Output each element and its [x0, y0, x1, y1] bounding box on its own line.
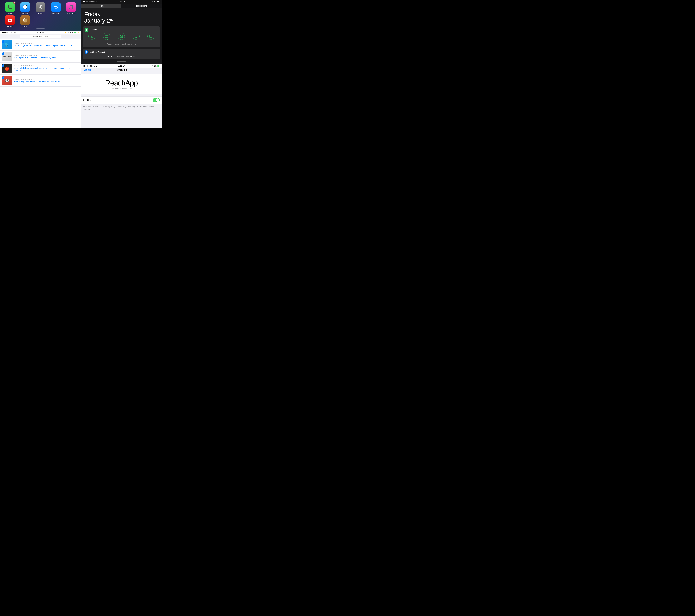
text-action-label: TEXT	[90, 40, 94, 42]
reachapp-title: ReachApp	[105, 79, 138, 87]
enabled-toggle[interactable]	[153, 98, 160, 102]
settings-back-button[interactable]: ‹ Settings	[83, 69, 91, 71]
nc-battery-fill	[157, 1, 159, 2]
evernote-reminder-action[interactable]: REMINDER	[133, 33, 140, 42]
nc-status-bar: T-Mobile ▲ 11:22 AM ▲ ✻ 62%	[81, 0, 162, 4]
blog-post-4[interactable]: ⚽ 74 JANUARY 1, 2015 • BY JAKE SMITH 'Pr…	[0, 75, 81, 87]
nc-date: Friday, January 2nd	[81, 8, 162, 25]
post-meta-1: JANUARY 1, 2015 • BY JAKE SMITH	[14, 42, 77, 44]
home-screen: 📞 1 Phone 💬 Messages	[0, 0, 81, 31]
location-icon: ▲	[66, 32, 68, 33]
nc-status-right: ▲ ✻ 62%	[150, 1, 160, 3]
status-right: 🌙 ▲ ✻ 61% ⚡	[64, 32, 79, 34]
text-icon	[88, 33, 96, 40]
nc-handle	[117, 61, 125, 62]
svg-point-31	[86, 52, 87, 53]
blog-content: 🐦 3 JANUARY 1, 2015 • BY JAKE SMITH Twit…	[0, 39, 81, 128]
moon-icon: 🌙	[64, 32, 66, 34]
svg-rect-8	[41, 8, 42, 9]
post-count-2: 5	[2, 52, 4, 55]
post-info-3: JANUARY 1, 2015 • BY JAKE SMITH Apple qu…	[14, 65, 77, 72]
photos-icon	[118, 33, 125, 40]
battery-fill	[74, 32, 75, 33]
camera-icon	[103, 33, 110, 40]
svg-rect-4	[42, 7, 43, 7]
youtube-icon	[5, 15, 15, 25]
weather-icon	[85, 50, 88, 54]
settings-location-icon: ▲	[150, 65, 151, 67]
list-icon	[147, 33, 154, 40]
svg-rect-16	[24, 18, 26, 19]
list-action-label: LIST	[150, 40, 152, 42]
evernote-camera-action[interactable]: CAMERA	[103, 33, 110, 42]
evernote-icon	[85, 28, 88, 32]
notification-center: T-Mobile ▲ 11:22 AM ▲ ✻ 62% Today Notifi…	[81, 0, 162, 64]
battery-text: 61%	[70, 32, 73, 33]
app-itunes[interactable]: 🎵 iTunes Store	[64, 2, 78, 14]
nc-battery-text: 62%	[153, 1, 157, 3]
nc-date-date: January 2	[84, 17, 110, 24]
svg-rect-2	[40, 8, 40, 10]
app-settings-home[interactable]: Settings	[33, 2, 48, 14]
svg-point-0	[39, 6, 41, 8]
signal-dot-1	[2, 32, 3, 33]
photos-action-label: PHOTOS	[118, 40, 124, 42]
charging-icon: ⚡	[77, 32, 79, 34]
carrier-label: T-Mobile	[9, 32, 16, 34]
app-appstore[interactable]: App Store	[49, 2, 63, 14]
post-thumb-4: ⚽ 74	[2, 76, 12, 85]
evernote-text-action[interactable]: TEXT	[88, 33, 96, 42]
nc-time: 11:22 AM	[118, 1, 125, 3]
s-dot-1	[83, 66, 84, 67]
app-phone[interactable]: 📞 1 Phone	[3, 2, 17, 14]
settings-nav-title: ReachApp	[116, 69, 127, 71]
itunes-icon: 🎵	[66, 2, 76, 12]
battery-tip	[77, 32, 77, 33]
nc-tab-today[interactable]: Today	[81, 4, 121, 8]
evernote-photos-action[interactable]: PHOTOS	[118, 33, 125, 42]
svg-line-27	[136, 36, 136, 37]
blog-post-2[interactable]: switchabilit 5 JANUARY 1, 2015 • BY JEFF…	[0, 51, 81, 63]
nc-date-day: Friday,	[84, 11, 102, 17]
youtube-label: YouTube	[7, 26, 13, 27]
post-info-1: JANUARY 1, 2015 • BY JAKE SMITH Twitter …	[14, 42, 77, 47]
nc-carrier: T-Mobile	[89, 1, 95, 3]
toggle-knob	[156, 99, 159, 102]
settings-wifi-icon: ▲	[96, 65, 97, 67]
post-meta-3: JANUARY 1, 2015 • BY JAKE SMITH	[14, 65, 77, 67]
settings-row: Enabled	[81, 96, 162, 104]
appstore-icon	[51, 2, 61, 12]
weather-widget-title: Next Hour Forecast	[89, 51, 105, 53]
app-cydia[interactable]: Cydia	[18, 15, 32, 27]
battery-icon	[74, 32, 77, 33]
nc-battery-tip	[160, 2, 160, 2]
svg-rect-7	[41, 5, 42, 6]
evernote-widget: Evernote TEXT	[83, 27, 160, 47]
evernote-actions: TEXT CAMERA	[85, 33, 158, 42]
blog-post-1[interactable]: 🐦 3 JANUARY 1, 2015 • BY JAKE SMITH Twit…	[0, 39, 81, 51]
settings-nav-bar: ‹ Settings ReachApp	[81, 68, 162, 72]
address-bar[interactable]: idownloadblog.com	[19, 35, 62, 38]
post-chevron-4: ›	[79, 80, 79, 82]
left-panel: 📞 1 Phone 💬 Messages	[0, 0, 81, 128]
reachapp-container: ReachApp Split-screen multitasking	[81, 74, 162, 94]
evernote-widget-header: Evernote	[85, 28, 158, 32]
svg-rect-21	[105, 36, 108, 37]
weather-widget: Next Hour Forecast Overcast for the hour…	[83, 49, 160, 59]
post-meta-4: JANUARY 1, 2015 • BY JAKE SMITH	[14, 78, 77, 80]
svg-rect-17	[91, 35, 93, 37]
settings-enabled-label: Enabled	[83, 99, 91, 101]
evernote-placeholder: Recently viewed notes will appear here	[85, 42, 158, 46]
app-youtube[interactable]: YouTube	[3, 15, 17, 27]
nc-tab-notifications[interactable]: Notifications	[121, 4, 162, 8]
phone-badge: 1	[13, 1, 16, 4]
nc-pull-handle	[81, 60, 162, 63]
app-messages[interactable]: 💬 Messages	[18, 2, 32, 14]
blog-post-3[interactable]: 🍎 14 JANUARY 1, 2015 • BY JAKE SMITH App…	[0, 63, 81, 75]
nc-date-text: Friday, January 2nd	[84, 11, 158, 24]
post-count-4: 74	[2, 76, 4, 79]
evernote-list-action[interactable]: LIST	[147, 33, 154, 42]
cydia-label: Cydia	[23, 26, 27, 27]
phone-icon: 📞 1	[5, 2, 15, 12]
browser-status-bar: T-Mobile ▲ 11:18 AM 🌙 ▲ ✻ 61% ⚡	[0, 31, 81, 34]
